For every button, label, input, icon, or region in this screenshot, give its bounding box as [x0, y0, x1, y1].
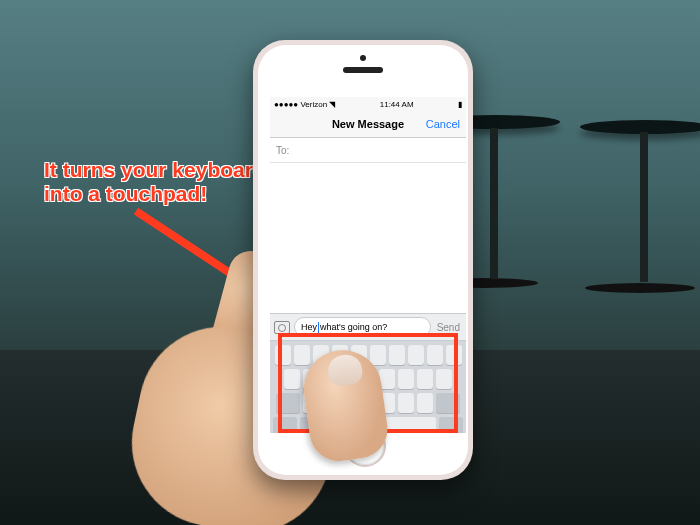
message-input[interactable]: Hey what's going on? [294, 317, 431, 337]
battery-icon: ▮ [458, 100, 462, 109]
nav-title: New Message [332, 118, 404, 130]
blank-key[interactable] [284, 369, 300, 389]
photo-scene: It turns your keyboard into a touchpad! … [0, 0, 700, 525]
annotation-caption: It turns your keyboard into a touchpad! [44, 158, 266, 206]
nav-bar: New Message Cancel [270, 111, 466, 138]
numbers-key[interactable] [273, 417, 297, 433]
wifi-icon: ◥ [329, 100, 335, 109]
blank-key[interactable] [436, 369, 452, 389]
compose-bar: Hey what's going on? Send [270, 313, 466, 341]
front-camera-icon [360, 55, 366, 61]
blank-key[interactable] [275, 345, 291, 365]
send-button[interactable]: Send [435, 322, 462, 333]
blank-key[interactable] [398, 369, 414, 389]
phone-speaker-icon [343, 67, 383, 73]
message-text-after: what's going on? [320, 322, 387, 332]
blank-key[interactable] [398, 393, 414, 413]
blank-key[interactable] [389, 345, 405, 365]
blank-key[interactable] [427, 345, 443, 365]
status-time: 11:44 AM [380, 100, 414, 109]
bar-stool-stem [640, 132, 648, 282]
backspace-key[interactable] [436, 393, 460, 413]
status-left: ●●●●● Verizon ◥ [274, 100, 335, 109]
return-key[interactable] [439, 417, 463, 433]
blank-key[interactable] [370, 345, 386, 365]
bar-stool-base [585, 283, 695, 293]
blank-key[interactable] [294, 345, 310, 365]
caption-line: It turns your keyboard [44, 158, 266, 182]
blank-key[interactable] [417, 369, 433, 389]
caption-line: into a touchpad! [44, 182, 266, 206]
shift-key[interactable] [276, 393, 300, 413]
to-field[interactable]: To: [270, 138, 466, 163]
bar-stool-stem [490, 128, 498, 278]
carrier-label: Verizon [300, 100, 327, 109]
blank-key[interactable] [408, 345, 424, 365]
camera-icon[interactable] [274, 321, 290, 334]
status-bar: ●●●●● Verizon ◥ 11:44 AM ▮ [270, 97, 466, 111]
signal-icon: ●●●●● [274, 100, 298, 109]
message-body-area[interactable] [270, 163, 466, 313]
cancel-button[interactable]: Cancel [426, 118, 460, 130]
blank-key[interactable] [446, 345, 462, 365]
to-label: To: [276, 145, 289, 156]
text-cursor [318, 322, 319, 333]
message-text-before: Hey [301, 322, 317, 332]
blank-key[interactable] [417, 393, 433, 413]
